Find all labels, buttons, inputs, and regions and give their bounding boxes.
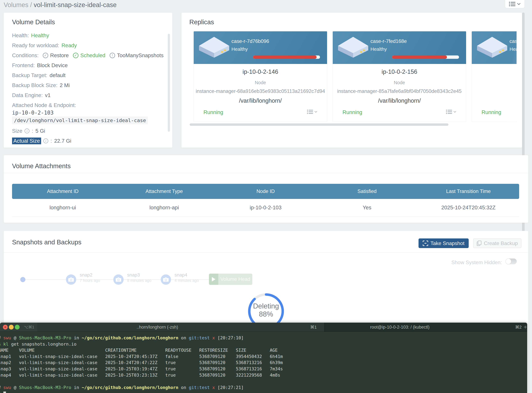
exclamation-circle-icon: !: [110, 53, 115, 58]
deleting-percent: 88%: [247, 310, 285, 318]
replicas-horizontal-scrollbar[interactable]: [190, 123, 448, 126]
longhorn-volume-detail-page: Volumes / vol-limit-snap-size-ideal-case…: [0, 0, 532, 393]
snapshot-name: snap2: [80, 272, 92, 278]
snapshot-icon: [423, 241, 428, 246]
cell-attachment-type: longhorn-api: [113, 199, 215, 216]
breadcrumb-volumes-link[interactable]: Volumes: [4, 1, 28, 8]
attached-endpoint-value: /dev/longhorn/vol-limit-snap-size-ideal-…: [12, 117, 148, 124]
replica-instance-manager: instance-manager-68a916eb35e9383c05113a2…: [194, 88, 327, 94]
ready-value: Ready: [61, 42, 77, 49]
replica-status: Running: [203, 109, 223, 115]
snapshot-node[interactable]: [66, 275, 76, 285]
replica-data-path: /var/lib/longhorn/: [194, 97, 327, 104]
terminal-output: # swu @ Shuos-MacBook-M3-Pro in ~/go/src…: [0, 335, 283, 393]
attached-node-label: Attached Node & Endpoint:: [12, 102, 76, 109]
disk-icon: [476, 36, 508, 58]
minimize-button[interactable]: [9, 325, 14, 329]
info-icon[interactable]: i: [25, 128, 30, 133]
show-system-hidden-toggle[interactable]: [506, 259, 517, 264]
volume-details-card: Volume Details Health: Healthy Ready for…: [4, 13, 172, 148]
replicas-card: Replicas case-r-7d76b096 Healthy: [182, 13, 522, 148]
page-actions-menu-button[interactable]: [505, 0, 524, 8]
snapshot-node[interactable]: [161, 275, 171, 285]
deleting-label: Deleting: [247, 302, 285, 310]
replica-usage-bar: [392, 55, 459, 59]
replica-data-path: /var/lib/longhorn/: [333, 97, 466, 104]
snapshot-age: 7 hours ago: [80, 278, 100, 283]
attachments-table-row: longhorn-ui longhorn-api ip-10-0-2-103 Y…: [12, 199, 519, 217]
terminal-window: ⌥⌘1 ..horn/longhorn (-zsh) ⌘1 root@ip-10…: [0, 323, 527, 393]
chevron-down-icon: [314, 111, 317, 113]
snapshot-name: snap3: [127, 272, 140, 278]
replica-instance-manager: instance-manager-7: [472, 88, 517, 94]
cell-node-id: ip-10-0-2-103: [215, 199, 316, 216]
column-header-satisfied: Satisfied: [316, 184, 418, 199]
create-backup-button[interactable]: Create Backup: [473, 238, 521, 248]
terminal-content[interactable]: # swu @ Shuos-MacBook-M3-Pro in ~/go/src…: [0, 332, 527, 393]
volume-attachments-title: Volume Attachments: [12, 162, 71, 170]
replica-node-label: Node: [194, 80, 327, 85]
info-icon[interactable]: i: [43, 138, 48, 143]
close-button[interactable]: [3, 325, 8, 329]
disk-icon: [337, 36, 369, 58]
replica-header: case- Heal: [472, 31, 517, 64]
take-snapshot-button[interactable]: Take Snapshot: [419, 238, 469, 248]
health-field: Health: Healthy: [12, 32, 49, 39]
replica-node-label: Node: [333, 80, 466, 85]
snapshot-age: 4 minutes ago: [175, 278, 199, 283]
replica-card: case-r-7fed168e Healthy ip-10-0-2-156 No…: [333, 31, 466, 122]
replica-card: case-r-7d76b096 Healthy ip-10-0-2-146 No…: [194, 31, 327, 122]
unsaved-dot-icon: [5, 326, 6, 328]
list-icon: [509, 1, 516, 7]
snapshot-name: snap4: [175, 272, 187, 278]
divider: [4, 173, 528, 173]
chevron-down-icon: [453, 111, 456, 113]
volume-details-title: Volume Details: [12, 19, 55, 26]
show-system-hidden-label: Show System Hidden:: [405, 260, 502, 265]
new-tab-button[interactable]: +: [524, 323, 527, 332]
breadcrumb: Volumes / vol-limit-snap-size-ideal-case: [4, 1, 117, 9]
size-field: Size i : 5 Gi: [12, 128, 45, 134]
window-shortcut: ⌥⌘1: [24, 323, 34, 332]
replica-menu-button[interactable]: [446, 109, 456, 114]
replica-node-ip: ip-10-0-2-156: [333, 69, 466, 75]
window-controls: ⌥⌘1: [0, 323, 37, 332]
condition-scheduled: ✓ Scheduled: [73, 52, 105, 59]
terminal-tab-bar: ⌥⌘1 ..horn/longhorn (-zsh) ⌘1 root@ip-10…: [0, 323, 527, 332]
condition-toomanysnapshots: ! TooManySnapshots: [110, 52, 164, 59]
frontend-field: Frontend: Block Device: [12, 62, 68, 69]
camera-icon: [116, 277, 121, 282]
replica-health: Heal: [509, 46, 517, 52]
terminal-tab-2[interactable]: root@ip-10-0-2-103: / (kubectl) ⌘2 +: [325, 323, 527, 332]
snapshot-node[interactable]: [113, 275, 123, 285]
backup-icon: [477, 241, 482, 246]
chevron-down-icon: [517, 3, 521, 5]
replica-header: case-r-7fed168e Healthy: [333, 31, 466, 64]
replica-usage-bar: [253, 55, 320, 59]
condition-restore: ✓ Restore: [43, 52, 69, 59]
ready-field: Ready for workload: Ready: [12, 42, 77, 49]
breadcrumb-separator: /: [30, 1, 32, 8]
conditions-field: Conditions: ✓ Restore ✓ Scheduled ! TooM…: [12, 52, 164, 59]
volume-details-scrollbar[interactable]: [168, 34, 170, 132]
volume-attachments-card: Volume Attachments Attachment ID Attachm…: [4, 155, 528, 223]
cell-last-transition: 2025-10-24T20:45:32Z: [418, 199, 519, 216]
replica-health: Healthy: [232, 46, 248, 52]
toggle-knob: [506, 259, 511, 264]
terminal-tab-1[interactable]: ..horn/longhorn (-zsh): [137, 323, 178, 332]
replica-card: case- Heal instance-manager-7 / Running: [472, 31, 517, 122]
camera-icon: [163, 277, 169, 282]
replica-body: instance-manager-7 / Running: [472, 64, 517, 122]
terminal-cursor: [3, 392, 6, 393]
replica-menu-button[interactable]: [307, 109, 317, 114]
zoom-button[interactable]: [15, 325, 20, 329]
check-circle-icon: ✓: [73, 53, 79, 58]
camera-icon: [68, 277, 74, 282]
cell-attachment-id: longhorn-ui: [12, 199, 113, 216]
timeline-origin-dot[interactable]: [20, 277, 25, 282]
volume-head-button[interactable]: Volume Head: [209, 274, 252, 285]
replica-name: case-r-7fed168e: [370, 38, 407, 44]
cell-satisfied: Yes: [316, 199, 418, 216]
replica-instance-manager: instance-manager-85a7fafe6a9bf04bf7050de…: [333, 88, 466, 94]
column-header-node-id: Node ID: [215, 184, 316, 199]
